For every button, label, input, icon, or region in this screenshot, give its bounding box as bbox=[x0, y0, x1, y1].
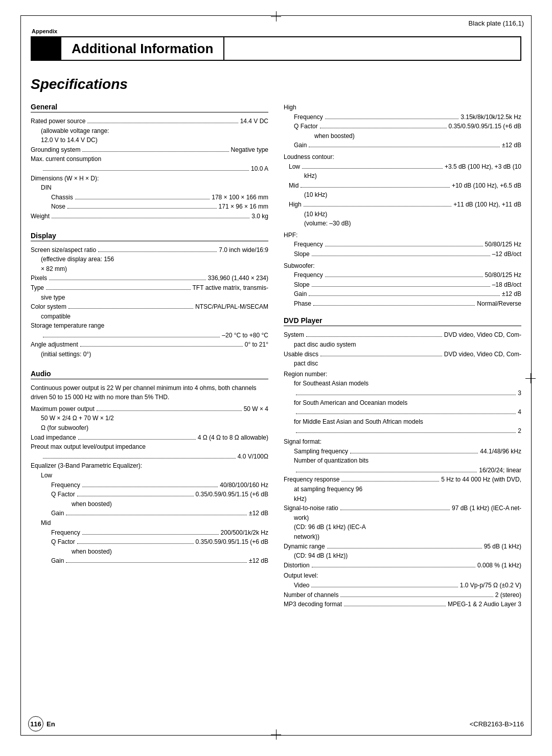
spec-row: 4.0 V/100Ω bbox=[31, 452, 268, 462]
spec-row: Frequency response 5 Hz to 44 000 Hz (wi… bbox=[284, 475, 521, 485]
spec-row: Q Factor 0.35/0.59/0.95/1.15 (+6 dB bbox=[284, 122, 521, 131]
dvd-player-section: DVD Player System DVD video, Video CD, C… bbox=[284, 316, 521, 609]
spec-row: System DVD video, Video CD, Com- bbox=[284, 330, 521, 340]
spec-row: Storage temperature range bbox=[31, 321, 268, 331]
spec-row: –20 °C to +80 °C bbox=[31, 331, 268, 340]
spec-row: Gain ±12 dB bbox=[284, 141, 521, 150]
spec-row: Sampling frequency 44.1/48/96 kHz bbox=[284, 447, 521, 456]
spec-label: Signal-to-noise ratio bbox=[284, 503, 338, 513]
spec-value: NTSC/PAL/PAL-M/SECAM bbox=[195, 302, 268, 312]
spec-value: Normal/Reverse bbox=[477, 299, 521, 309]
spec-value: 3.15k/8k/10k/12.5k Hz bbox=[461, 112, 521, 122]
spec-row: Nose 171 × 96 × 16 mm bbox=[31, 202, 268, 212]
spec-value: 3.0 kg bbox=[251, 212, 268, 221]
spec-continuation: (10 kHz) bbox=[284, 210, 521, 219]
spec-row: Rated power source 14.4 V DC bbox=[31, 117, 268, 126]
spec-row: Chassis 178 × 100 × 166 mm bbox=[31, 193, 268, 202]
audio-high-section: High Frequency 3.15k/8k/10k/12.5k Hz Q F… bbox=[284, 103, 521, 308]
spec-value: 4 Ω (4 Ω to 8 Ω allowable) bbox=[198, 433, 268, 443]
spec-value: Negative type bbox=[231, 145, 268, 155]
spec-row: Q Factor 0.35/0.59/0.95/1.15 (+6 dB bbox=[31, 537, 268, 547]
spec-label: Q Factor bbox=[51, 490, 75, 499]
black-block bbox=[31, 36, 61, 61]
spec-continuation: 50 W × 2/4 Ω + 70 W × 1/2 bbox=[31, 414, 268, 423]
spec-value: TFT active matrix, transmis- bbox=[193, 283, 268, 293]
spec-row: Pixels 336,960 (1,440 × 234) bbox=[31, 273, 268, 283]
spec-label: Frequency bbox=[294, 112, 323, 122]
spec-continuation: when boosted) bbox=[31, 547, 268, 557]
spec-row: 10.0 A bbox=[31, 164, 268, 174]
spec-continuation: 12.0 V to 14.4 V DC) bbox=[31, 135, 268, 145]
spec-row: MP3 decoding format MPEG-1 & 2 Audio Lay… bbox=[284, 600, 521, 609]
page-number-box: 116 En bbox=[28, 716, 55, 731]
spec-label: Nose bbox=[51, 202, 65, 212]
spec-row: Video 1.0 Vp-p/75 Ω (±0.2 V) bbox=[284, 581, 521, 590]
spec-continuation: when boosted) bbox=[31, 499, 268, 509]
spec-value: DVD video, Video CD, Com- bbox=[444, 330, 521, 340]
spec-value: ±12 dB bbox=[502, 141, 521, 150]
spec-value: 0.008 % (1 kHz) bbox=[477, 561, 521, 570]
spec-row: Preout max output level/output impedance bbox=[31, 442, 268, 452]
spec-value: +11 dB (100 Hz), +11 dB bbox=[453, 200, 521, 210]
spec-label-high: High bbox=[284, 103, 521, 112]
spec-label: System bbox=[284, 330, 304, 340]
crosshair-right bbox=[525, 373, 536, 383]
spec-label: Distortion bbox=[284, 561, 310, 570]
spec-value: 1.0 Vp-p/75 Ω (±0.2 V) bbox=[460, 581, 521, 590]
spec-continuation: (CD: 94 dB (1 kHz)) bbox=[284, 551, 521, 561]
spec-label: Rated power source bbox=[31, 117, 85, 126]
spec-row: Mid +10 dB (100 Hz), +6.5 dB bbox=[284, 181, 521, 191]
header-right-box bbox=[224, 36, 521, 61]
spec-value: 4 bbox=[518, 407, 521, 417]
spec-value: 95 dB (1 kHz) bbox=[484, 542, 521, 552]
spec-label: Low bbox=[284, 162, 300, 172]
spec-row: Equalizer (3-Band Parametric Equalizer): bbox=[31, 461, 268, 471]
spec-continuation: (initial settings: 0°) bbox=[31, 350, 268, 359]
spec-value: +10 dB (100 Hz), +6.5 dB bbox=[452, 181, 521, 191]
dvd-heading: DVD Player bbox=[284, 316, 521, 326]
spec-value: 5 Hz to 44 000 Hz (with DVD, bbox=[441, 475, 521, 485]
spec-value: 336,960 (1,440 × 234) bbox=[208, 273, 268, 283]
spec-value: 50/80/125 Hz bbox=[485, 240, 521, 249]
spec-value: MPEG-1 & 2 Audio Layer 3 bbox=[448, 600, 521, 609]
spec-row: Angle adjustment 0° to 21° bbox=[31, 340, 268, 350]
spec-value: 2 (stereo) bbox=[495, 590, 521, 600]
spec-label: Slope bbox=[294, 249, 310, 259]
spec-row: Maximum power output 50 W × 4 bbox=[31, 404, 268, 414]
spec-continuation: (10 kHz) bbox=[284, 190, 521, 200]
spec-row: Q Factor 0.35/0.59/0.95/1.15 (+6 dB bbox=[31, 490, 268, 499]
spec-label: Frequency response bbox=[284, 475, 339, 485]
general-heading: General bbox=[31, 103, 268, 112]
spec-row: 2 bbox=[284, 426, 521, 436]
spec-value: 200/500/1k/2k Hz bbox=[221, 528, 268, 538]
spec-label: Q Factor bbox=[294, 122, 318, 131]
spec-label: Number of channels bbox=[284, 590, 338, 600]
spec-value: 10.0 A bbox=[251, 164, 268, 174]
general-section: General Rated power source 14.4 V DC (al… bbox=[31, 103, 268, 221]
spec-row: Type TFT active matrix, transmis- bbox=[31, 283, 268, 293]
spec-value: ±12 dB bbox=[249, 509, 268, 518]
display-section: Display Screen size/aspect ratio 7.0 inc… bbox=[31, 232, 268, 359]
spec-label: Region number: bbox=[284, 370, 521, 379]
spec-label: Video bbox=[294, 581, 309, 590]
spec-row: Frequency 50/80/125 Hz bbox=[284, 240, 521, 249]
spec-row: Weight 3.0 kg bbox=[31, 212, 268, 221]
spec-label: Load impedance bbox=[31, 433, 76, 443]
spec-row: Max. current consumption bbox=[31, 154, 268, 164]
spec-label: Angle adjustment bbox=[31, 340, 78, 350]
spec-row: Signal-to-noise ratio 97 dB (1 kHz) (IEC… bbox=[284, 503, 521, 513]
spec-label: Weight bbox=[31, 212, 50, 221]
spec-row: Frequency 40/80/100/160 Hz bbox=[31, 480, 268, 490]
spec-value: 4.0 V/100Ω bbox=[238, 452, 268, 462]
spec-label: Color system bbox=[31, 302, 66, 312]
spec-label: Chassis bbox=[51, 193, 73, 202]
spec-row: Frequency 50/80/125 Hz bbox=[284, 270, 521, 280]
spec-row: Number of channels 2 (stereo) bbox=[284, 590, 521, 600]
spec-continuation: (CD: 96 dB (1 kHz) (IEC-A bbox=[284, 522, 521, 532]
spec-value: 14.4 V DC bbox=[240, 117, 268, 126]
spec-label: Output level: bbox=[284, 571, 521, 581]
spec-row: High +11 dB (100 Hz), +11 dB bbox=[284, 200, 521, 210]
spec-continuation: pact disc audio system bbox=[284, 340, 521, 350]
spec-row: Dynamic range 95 dB (1 kHz) bbox=[284, 542, 521, 552]
two-column-layout: General Rated power source 14.4 V DC (al… bbox=[31, 103, 521, 617]
